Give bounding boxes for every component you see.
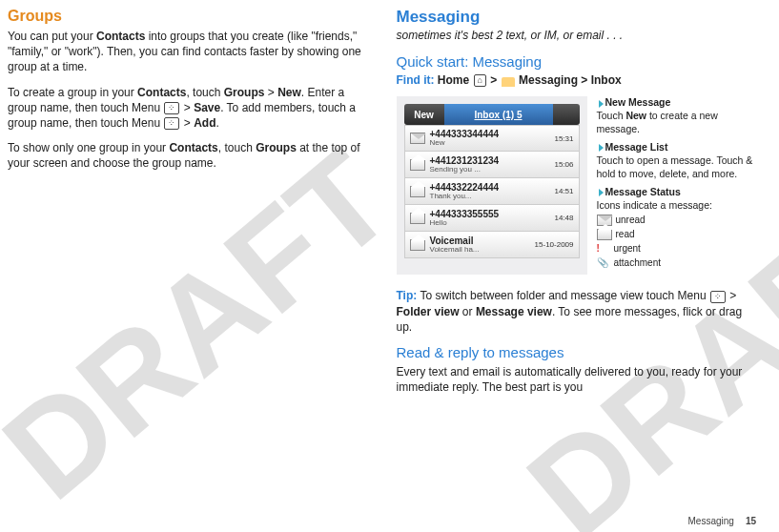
home-icon: ⌂ bbox=[474, 74, 486, 87]
page-footer: Messaging15 bbox=[688, 516, 756, 526]
message-time: 15-10-2009 bbox=[535, 240, 579, 249]
message-time: 15:31 bbox=[554, 134, 578, 143]
read-icon bbox=[597, 229, 612, 240]
folder-icon bbox=[502, 77, 515, 87]
quickstart-heading: Quick start: Messaging bbox=[397, 53, 757, 70]
messaging-subtitle: sometimes it's best 2 text, or IM, or em… bbox=[397, 29, 757, 42]
phone-screenshot: New Inbox (1) 5 +444333344444New15:31+44… bbox=[397, 96, 587, 275]
urgent-icon: ! bbox=[597, 242, 610, 255]
leader-icon bbox=[599, 189, 604, 196]
annot-message-status: Message Status Icons indicate a message:… bbox=[597, 186, 757, 269]
message-time: 14:48 bbox=[554, 214, 578, 222]
message-row[interactable]: +444332224444Thank you...14:51 bbox=[404, 178, 580, 205]
message-row[interactable]: +441231231234Sending you ...15:06 bbox=[404, 152, 580, 178]
right-column: Messaging sometimes it's best 2 text, or… bbox=[397, 8, 757, 404]
unread-icon bbox=[410, 133, 425, 144]
message-content: +444333355555Hello bbox=[430, 209, 555, 228]
leader-icon bbox=[599, 100, 604, 108]
read-icon bbox=[410, 239, 425, 251]
annotations: New Message Touch New to create a new me… bbox=[597, 96, 757, 275]
message-row[interactable]: VoicemailVoicemail ha...15-10-2009 bbox=[404, 232, 580, 258]
find-it-line: Find it: Home ⌂ > Messaging > Inbox bbox=[397, 73, 757, 87]
read-icon bbox=[410, 186, 425, 197]
groups-para-2: To create a group in your Contacts, touc… bbox=[8, 85, 368, 132]
annot-message-list: Message List Touch to open a message. To… bbox=[597, 141, 757, 180]
read-reply-para: Every text and email is automatically de… bbox=[397, 364, 757, 395]
message-time: 14:51 bbox=[554, 187, 578, 195]
groups-heading: Groups bbox=[8, 8, 368, 25]
menu-icon: ⁘ bbox=[164, 117, 179, 130]
message-list[interactable]: +444333344444New15:31+441231231234Sendin… bbox=[404, 125, 580, 258]
annot-new-message: New Message Touch New to create a new me… bbox=[597, 96, 757, 135]
groups-para-1: You can put your Contacts into groups th… bbox=[8, 29, 368, 75]
leader-icon bbox=[599, 144, 604, 152]
left-column: Groups You can put your Contacts into gr… bbox=[8, 8, 368, 404]
message-time: 15:06 bbox=[554, 160, 578, 169]
message-content: +441231231234Sending you ... bbox=[430, 155, 555, 174]
inbox-tab[interactable]: Inbox (1) 5 bbox=[444, 104, 553, 125]
groups-para-3: To show only one group in your Contacts,… bbox=[8, 140, 368, 171]
attachment-icon: 📎 bbox=[597, 256, 610, 269]
tip-para: Tip: To switch between folder and messag… bbox=[397, 288, 757, 335]
message-content: +444332224444Thank you... bbox=[430, 182, 555, 201]
read-icon bbox=[410, 213, 425, 224]
menu-icon: ⁘ bbox=[164, 102, 179, 114]
message-content: +444333344444New bbox=[430, 129, 555, 148]
messaging-heading: Messaging bbox=[397, 8, 757, 27]
message-row[interactable]: +444333355555Hello14:48 bbox=[404, 205, 580, 232]
read-reply-heading: Read & reply to messages bbox=[397, 344, 757, 360]
message-row[interactable]: +444333344444New15:31 bbox=[404, 125, 580, 152]
read-icon bbox=[410, 159, 425, 171]
dropdown-tab[interactable] bbox=[553, 104, 580, 125]
menu-icon: ⁘ bbox=[710, 291, 726, 303]
new-tab[interactable]: New bbox=[404, 104, 444, 125]
message-content: VoicemailVoicemail ha... bbox=[430, 235, 535, 255]
